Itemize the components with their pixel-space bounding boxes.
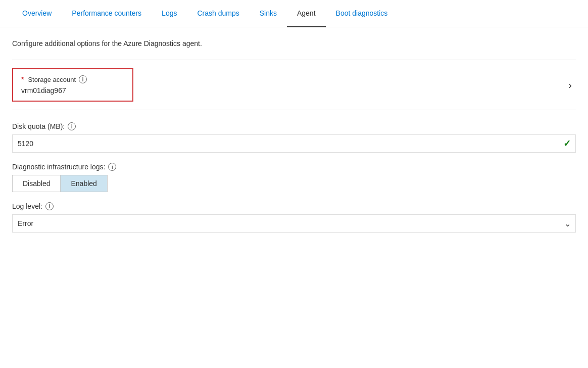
diag-infra-label: Diagnostic infrastructure logs: i	[12, 163, 576, 171]
page-description: Configure additional options for the Azu…	[12, 39, 576, 48]
disk-quota-info-icon[interactable]: i	[68, 122, 76, 130]
diag-infra-disabled-button[interactable]: Disabled	[12, 175, 60, 192]
required-star: *	[21, 75, 24, 83]
disk-quota-label-text: Disk quota (MB):	[12, 122, 65, 130]
log-level-dropdown-wrapper: Verbose Information Warning Error Critic…	[12, 214, 576, 233]
log-level-info-icon[interactable]: i	[45, 202, 54, 210]
tab-logs[interactable]: Logs	[152, 0, 187, 27]
log-level-select[interactable]: Verbose Information Warning Error Critic…	[12, 214, 576, 233]
storage-account-label-text: Storage account	[28, 76, 76, 83]
storage-account-info-icon[interactable]: i	[79, 75, 87, 83]
log-level-label-text: Log level:	[12, 202, 42, 210]
storage-account-section: * Storage account i vrm01diag967 ›	[12, 60, 576, 110]
tab-crash-dumps[interactable]: Crash dumps	[187, 0, 249, 27]
tab-sinks[interactable]: Sinks	[250, 0, 287, 27]
disk-quota-label: Disk quota (MB): i	[12, 122, 576, 130]
main-content: Configure additional options for the Azu…	[0, 27, 588, 233]
storage-account-value: vrm01diag967	[21, 86, 124, 95]
diag-infra-info-icon[interactable]: i	[108, 163, 116, 171]
tab-performance-counters[interactable]: Performance counters	[62, 0, 152, 27]
disk-quota-group: Disk quota (MB): i ✓	[12, 122, 576, 153]
tab-boot-diagnostics[interactable]: Boot diagnostics	[326, 0, 398, 27]
diag-infra-enabled-button[interactable]: Enabled	[60, 175, 107, 192]
storage-account-chevron-right-icon[interactable]: ›	[568, 79, 576, 91]
disk-quota-input[interactable]	[12, 134, 576, 153]
form-section: Disk quota (MB): i ✓ Diagnostic infrastr…	[12, 110, 576, 233]
disk-quota-valid-icon: ✓	[563, 138, 571, 149]
diag-infra-toggle-group: Disabled Enabled	[12, 175, 576, 192]
diag-infra-label-text: Diagnostic infrastructure logs:	[12, 163, 105, 171]
storage-account-label: * Storage account i	[21, 75, 124, 83]
storage-account-box[interactable]: * Storage account i vrm01diag967	[12, 68, 133, 102]
disk-quota-input-wrapper: ✓	[12, 134, 576, 153]
tab-bar: Overview Performance counters Logs Crash…	[0, 0, 588, 27]
tab-overview[interactable]: Overview	[12, 0, 62, 27]
tab-agent[interactable]: Agent	[287, 0, 326, 27]
log-level-label: Log level: i	[12, 202, 576, 210]
diag-infra-group: Diagnostic infrastructure logs: i Disabl…	[12, 163, 576, 192]
log-level-group: Log level: i Verbose Information Warning…	[12, 202, 576, 233]
